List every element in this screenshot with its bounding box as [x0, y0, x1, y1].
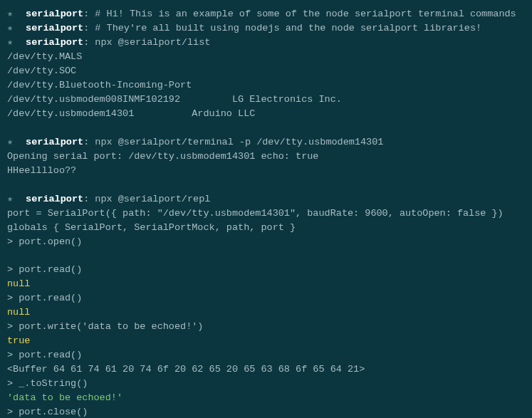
terminal-line: Opening serial port: /dev/tty.usbmodem14… — [7, 150, 525, 164]
command-text: npx @serialport/repl — [95, 194, 210, 204]
terminal-line: 'data to be echoed!' — [7, 391, 525, 405]
output-value: null — [7, 278, 30, 289]
output-text: Opening serial port: /dev/tty.usbmodem14… — [7, 151, 318, 162]
star-icon: ★ — [7, 36, 20, 50]
terminal-output: ★ serialport: # Hi! This is an example o… — [7, 7, 525, 418]
terminal-line: /dev/tty.Bluetooth-Incoming-Port — [7, 78, 525, 93]
prompt-user: serialport — [26, 37, 83, 48]
prompt-user: serialport — [26, 9, 83, 19]
terminal-line — [7, 121, 525, 135]
output-text: > port.read() — [7, 293, 82, 303]
terminal-line: /dev/tty.usbmodem008INMF102192 LG Electr… — [7, 93, 525, 107]
output-text: > port.close() — [7, 407, 88, 417]
output-text: > port.read() — [7, 264, 82, 275]
terminal-line: > port.read() — [7, 263, 525, 277]
output-text: /dev/tty.usbmodem008INMF102192 LG Electr… — [7, 94, 342, 105]
star-icon: ★ — [7, 7, 20, 21]
terminal-line: /dev/tty.MALS — [7, 50, 525, 64]
output-text: > port.read() — [7, 350, 82, 360]
terminal-line: > port.read() — [7, 291, 525, 305]
output-text: globals { SerialPort, SerialPortMock, pa… — [7, 222, 296, 233]
output-value: null — [7, 307, 30, 318]
output-text: /dev/tty.Bluetooth-Incoming-Port — [7, 80, 192, 90]
terminal-line: > port.close() — [7, 405, 525, 418]
terminal-line: port = SerialPort({ path: "/dev/tty.usbm… — [7, 207, 525, 221]
prompt-separator: : — [83, 23, 95, 33]
star-icon: ★ — [7, 192, 20, 207]
terminal-line: globals { SerialPort, SerialPortMock, pa… — [7, 221, 525, 235]
terminal-line: > port.open() — [7, 235, 525, 249]
terminal-line — [7, 249, 525, 263]
terminal-line: > port.write('data to be echoed!') — [7, 320, 525, 334]
output-text: /dev/tty.MALS — [7, 51, 82, 62]
output-text: HHeelllloo?? — [7, 165, 76, 176]
terminal-line: null — [7, 305, 525, 320]
terminal-line: null — [7, 277, 525, 291]
terminal-line: ★ serialport: # Hi! This is an example o… — [7, 7, 525, 21]
terminal-line: /dev/tty.usbmodem14301 Arduino LLC — [7, 107, 525, 121]
output-text: > _.toString() — [7, 378, 88, 389]
output-value: true — [7, 335, 30, 346]
output-string: 'data to be echoed!' — [7, 392, 122, 403]
command-text: # They're all built using nodejs and the… — [95, 23, 481, 33]
prompt-user: serialport — [26, 23, 83, 33]
terminal-line: ★ serialport: npx @serialport/terminal -… — [7, 135, 525, 150]
prompt-separator: : — [83, 37, 95, 48]
terminal-line: ★ serialport: npx @serialport/repl — [7, 192, 525, 207]
command-text: # Hi! This is an example of some of the … — [95, 9, 516, 19]
output-text: <Buffer 64 61 74 61 20 74 6f 20 62 65 20… — [7, 364, 365, 375]
output-text: > port.open() — [7, 236, 82, 247]
prompt-separator: : — [83, 194, 95, 204]
command-text: npx @serialport/list — [95, 37, 210, 48]
prompt-separator: : — [83, 137, 95, 147]
star-icon: ★ — [7, 135, 20, 150]
terminal-line — [7, 178, 525, 192]
terminal-line: > _.toString() — [7, 377, 525, 391]
terminal-line: /dev/tty.SOC — [7, 64, 525, 78]
terminal-line: <Buffer 64 61 74 61 20 74 6f 20 62 65 20… — [7, 362, 525, 377]
command-text: npx @serialport/terminal -p /dev/tty.usb… — [95, 137, 383, 147]
prompt-user: serialport — [26, 137, 83, 147]
terminal-line: ★ serialport: # They're all built using … — [7, 21, 525, 36]
output-text: /dev/tty.usbmodem14301 Arduino LLC — [7, 108, 255, 119]
star-icon: ★ — [7, 21, 20, 36]
terminal-line: true — [7, 334, 525, 348]
prompt-separator: : — [83, 9, 95, 19]
terminal-line: > port.read() — [7, 348, 525, 362]
output-text: /dev/tty.SOC — [7, 66, 76, 76]
prompt-user: serialport — [26, 194, 83, 204]
terminal-line: ★ serialport: npx @serialport/list — [7, 36, 525, 50]
output-text: > port.write('data to be echoed!') — [7, 321, 203, 332]
terminal-line: HHeelllloo?? — [7, 164, 525, 178]
output-text: port = SerialPort({ path: "/dev/tty.usbm… — [7, 208, 504, 219]
